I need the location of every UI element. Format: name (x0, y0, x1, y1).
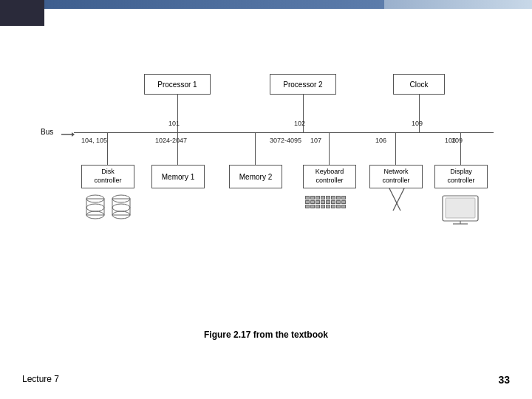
keyboard-addr: 107 (310, 137, 321, 144)
display-subaddr: 103 (445, 137, 456, 144)
svg-point-5 (86, 204, 104, 211)
clock-box: Clock (393, 74, 445, 95)
proc2-addr: 102 (294, 120, 305, 127)
keyboard-vline (329, 132, 330, 165)
display-controller-box: Display controller (434, 165, 488, 188)
network-lines (382, 188, 419, 227)
display-vline (460, 132, 461, 165)
svg-point-9 (112, 204, 130, 211)
svg-rect-13 (446, 198, 475, 218)
network-addr: 106 (375, 137, 386, 144)
main-bus-line (74, 132, 494, 133)
mem2-vline-top (255, 132, 256, 165)
bus-arrow (61, 130, 75, 139)
disk-cylinder2 (111, 194, 132, 222)
bus-label: Bus (41, 128, 53, 136)
mem1-vline-top (177, 132, 178, 165)
disk-addr: 104, 105 (81, 137, 107, 144)
processor1-box: Processor 1 (144, 74, 211, 95)
keyboard-controller-box: Keyboard controller (303, 165, 356, 188)
disk-cylinder1 (85, 194, 106, 222)
keyboard-device (305, 196, 346, 208)
network-controller-box: Network controller (369, 165, 423, 188)
memory2-box: Memory 2 (229, 165, 282, 188)
disk-controller-box: Disk controller (81, 165, 134, 188)
figure-caption: Figure 2.17 from the textbook (0, 330, 532, 340)
proc1-addr: 101 (168, 120, 180, 127)
footer: Lecture 7 33 (0, 374, 532, 386)
top-corner (0, 0, 44, 26)
processor2-box: Processor 2 (270, 74, 336, 95)
lecture-label: Lecture 7 (22, 374, 59, 386)
proc2-subaddr: 3072-4095 (270, 137, 301, 144)
monitor-device (440, 194, 481, 225)
memory1-box: Memory 1 (151, 165, 205, 188)
network-vline (395, 132, 396, 165)
clock-addr: 109 (412, 120, 423, 127)
disk-vline (107, 132, 108, 165)
page-number: 33 (498, 374, 510, 386)
proc1-subaddr: 1024-2047 (155, 137, 187, 144)
top-right-bar (384, 0, 532, 9)
diagram: Bus Processor 1 101 1024-2047 Memory 1 P… (41, 41, 499, 277)
